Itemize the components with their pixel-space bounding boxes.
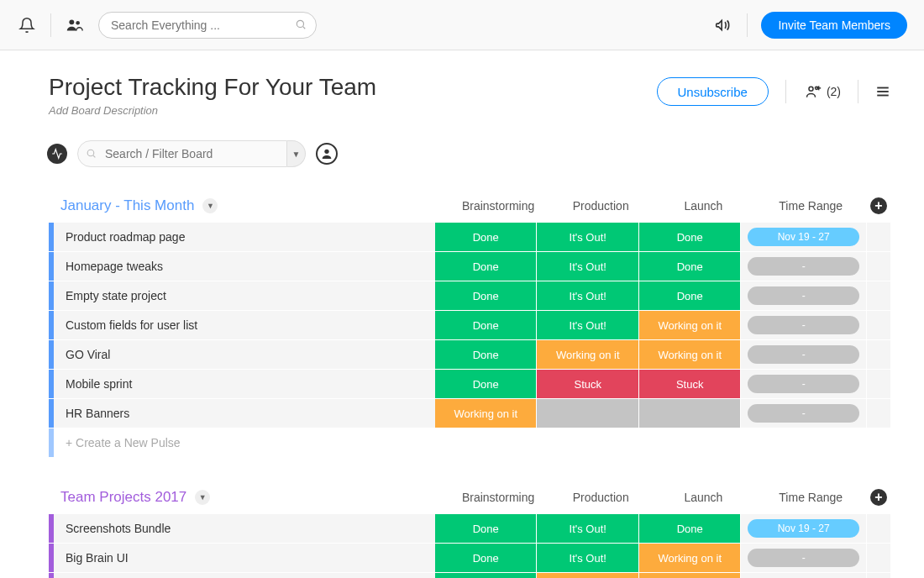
status-cell[interactable]: Done xyxy=(435,573,536,578)
timerange-cell[interactable]: - xyxy=(741,311,866,339)
status-cell[interactable]: It's Out! xyxy=(537,223,638,251)
divider xyxy=(785,80,786,103)
members-indicator[interactable]: (2) xyxy=(803,83,841,100)
bell-icon[interactable] xyxy=(17,15,37,35)
chevron-down-icon[interactable]: ▼ xyxy=(195,490,210,505)
timerange-cell[interactable]: - xyxy=(741,281,866,310)
row-cells: Working on it- xyxy=(435,399,890,428)
timerange-cell[interactable]: - xyxy=(741,544,866,572)
row-name: Big Brain UI xyxy=(54,551,129,565)
trailing-cell xyxy=(867,252,890,281)
row-name-cell[interactable]: Mobile sprint xyxy=(49,370,435,398)
timerange-cell[interactable]: - xyxy=(741,399,866,428)
row-name-cell[interactable]: Homepage tweaks xyxy=(49,252,435,281)
status-cell[interactable]: It's Out! xyxy=(537,281,638,310)
row-name-cell[interactable]: HR Banners xyxy=(49,399,435,428)
table-row: Product roadmap pageDoneIt's Out!DoneNov… xyxy=(49,223,890,251)
add-column-button[interactable]: + xyxy=(867,489,890,506)
trailing-cell xyxy=(867,428,890,457)
topbar-left xyxy=(17,12,317,39)
status-cell[interactable]: Stuck xyxy=(537,370,638,398)
timerange-pill: Nov 19 - 27 xyxy=(748,519,859,538)
trailing-cell xyxy=(867,340,890,369)
timerange-cell[interactable]: Nov 19 - 27 xyxy=(741,223,866,251)
status-cell[interactable]: Done xyxy=(639,223,740,251)
invite-button[interactable]: Invite Team Members xyxy=(761,12,907,39)
trailing-cell xyxy=(867,311,890,339)
status-cell[interactable]: Working on it xyxy=(639,544,740,572)
row-name-cell[interactable]: Empty state project xyxy=(49,281,435,310)
status-cell[interactable]: It's Out! xyxy=(537,252,638,281)
timerange-cell[interactable]: - xyxy=(741,573,866,578)
timerange-cell[interactable]: - xyxy=(741,340,866,369)
row-color-bar xyxy=(49,573,54,578)
status-cell[interactable]: Working on it xyxy=(537,573,638,578)
row-name-cell[interactable]: Screenshots Bundle xyxy=(49,514,435,543)
timerange-pill: - xyxy=(748,345,859,364)
row-name-cell[interactable]: Big Brain UI xyxy=(49,544,435,572)
status-cell[interactable]: Done xyxy=(639,252,740,281)
chevron-down-icon[interactable]: ▼ xyxy=(202,198,218,213)
status-cell[interactable]: Working on it xyxy=(537,340,638,369)
activity-icon[interactable] xyxy=(47,144,67,164)
person-filter[interactable] xyxy=(316,143,338,165)
trailing-cell xyxy=(867,514,890,543)
status-cell[interactable]: Done xyxy=(639,281,740,310)
column-header[interactable]: Brainstorming xyxy=(447,199,549,213)
column-header[interactable]: Launch xyxy=(652,491,754,504)
status-cell[interactable]: Done xyxy=(435,223,536,251)
status-cell[interactable]: Done xyxy=(435,544,536,572)
megaphone-icon[interactable] xyxy=(713,15,733,35)
status-cell[interactable]: Done xyxy=(435,252,536,281)
page-description[interactable]: Add Board Description xyxy=(49,104,657,117)
filter-dropdown[interactable]: ▼ xyxy=(287,140,306,167)
status-cell[interactable]: Done xyxy=(435,514,536,543)
column-header[interactable]: Production xyxy=(549,491,652,504)
row-name-cell[interactable]: GO Viral xyxy=(49,340,435,369)
board-filter-input[interactable] xyxy=(77,140,287,167)
unsubscribe-button[interactable]: Unsubscribe xyxy=(657,77,769,106)
status-cell[interactable]: Done xyxy=(435,370,536,398)
column-header[interactable]: Brainstorming xyxy=(447,491,549,504)
row-cells: DoneWorking on itWorking on it- xyxy=(435,573,890,578)
row-name-cell[interactable]: Custom fields for user list xyxy=(49,311,435,339)
status-cell[interactable]: It's Out! xyxy=(537,311,638,339)
trailing-cell xyxy=(867,544,890,572)
search-icon xyxy=(86,148,97,159)
status-cell[interactable]: Stuck xyxy=(639,370,740,398)
create-pulse-row[interactable]: + Create a New Pulse xyxy=(49,428,890,457)
column-header[interactable]: Time Range xyxy=(754,491,867,504)
timerange-cell[interactable]: Nov 19 - 27 xyxy=(741,514,866,543)
status-cell[interactable]: Working on it xyxy=(435,399,536,428)
status-cell[interactable]: It's Out! xyxy=(537,514,638,543)
row-cells xyxy=(435,428,890,457)
group-title[interactable]: Team Projects 2017 xyxy=(60,489,186,506)
status-cell[interactable]: Working on it xyxy=(639,340,740,369)
status-cell[interactable]: Working on it xyxy=(639,573,740,578)
status-cell[interactable]: Done xyxy=(639,514,740,543)
row-name-cell[interactable]: Product roadmap page xyxy=(49,223,435,251)
column-header[interactable]: Launch xyxy=(652,199,754,213)
status-cell[interactable]: Done xyxy=(435,281,536,310)
global-search-input[interactable] xyxy=(98,12,317,39)
plus-icon: + xyxy=(870,197,887,214)
status-cell[interactable]: Done xyxy=(435,340,536,369)
status-cell[interactable] xyxy=(639,399,740,428)
row-name: Mobile sprint xyxy=(54,377,132,391)
column-header[interactable]: Production xyxy=(549,199,652,213)
group-title[interactable]: January - This Month xyxy=(60,197,194,214)
column-header[interactable]: Time Range xyxy=(754,199,867,213)
menu-icon[interactable] xyxy=(875,84,890,99)
timerange-cell[interactable]: - xyxy=(741,252,866,281)
add-column-button[interactable]: + xyxy=(867,197,890,214)
table-row: Empty state projectDoneIt's Out!Done- xyxy=(49,281,890,310)
status-cell[interactable]: Working on it xyxy=(639,311,740,339)
timerange-cell[interactable]: - xyxy=(741,370,866,398)
table-row: Screenshots BundleDoneIt's Out!DoneNov 1… xyxy=(49,514,890,543)
row-name-cell[interactable]: Empty state project xyxy=(49,573,435,578)
header-actions: Unsubscribe (2) xyxy=(657,77,891,106)
status-cell[interactable]: It's Out! xyxy=(537,544,638,572)
people-icon[interactable] xyxy=(65,15,85,35)
status-cell[interactable] xyxy=(537,399,638,428)
status-cell[interactable]: Done xyxy=(435,311,536,339)
